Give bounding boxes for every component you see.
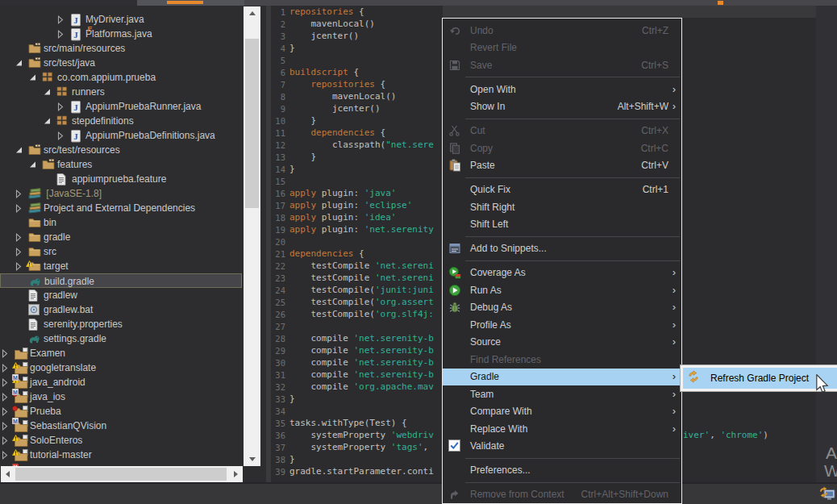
- submenu-item-refresh-gradle-project[interactable]: Refresh Gradle Project: [683, 368, 837, 389]
- chevron-collapsed-icon[interactable]: [2, 436, 11, 445]
- tree-item-build-gradle[interactable]: build.gradle: [0, 273, 242, 288]
- tree-item-runners[interactable]: runners: [0, 85, 242, 99]
- chevron-expanded-icon[interactable]: [15, 59, 25, 68]
- status-bar: [0, 484, 837, 504]
- chevron-collapsed-icon[interactable]: [2, 364, 11, 373]
- tree-item-appiumpruebadefinitions-java[interactable]: JAppiumPruebaDefinitions.java: [0, 128, 242, 143]
- tree-item-googletranslate[interactable]: googletranslate: [0, 360, 242, 375]
- chevron-collapsed-icon[interactable]: [2, 393, 11, 402]
- tree-item-soloenteros[interactable]: SoloEnteros: [0, 433, 242, 448]
- tree-item-appiumprueba-feature[interactable]: appiumprueba.feature: [0, 172, 242, 186]
- tree-item-platformas-java[interactable]: JEPlatformas.java: [0, 27, 242, 41]
- chevron-collapsed-icon[interactable]: [15, 262, 25, 271]
- tree-vertical-scrollbar[interactable]: [244, 6, 260, 466]
- tree-item-java-android[interactable]: Mjava_android: [0, 375, 242, 389]
- tree-item-appiumpruebarunner-java[interactable]: JAppiumPruebaRunner.java: [0, 99, 242, 114]
- tree-item-examen[interactable]: Examen: [0, 346, 242, 360]
- chevron-expanded-icon[interactable]: [29, 73, 39, 82]
- tree-item-settings-gradle[interactable]: settings.gradle: [0, 331, 242, 346]
- gradle-sync-status-icon[interactable]: [819, 486, 835, 502]
- menu-item-preferences-[interactable]: Preferences...: [443, 462, 681, 480]
- project-tree[interactable]: JMyDriver.javaJEPlatformas.javasrc/main/…: [0, 6, 244, 466]
- menu-item-validate[interactable]: Validate: [443, 438, 681, 456]
- tree-item-gradle[interactable]: gradle: [0, 230, 242, 244]
- code-line: }: [289, 43, 295, 55]
- tree-item-src-test-java[interactable]: src/test/java: [0, 56, 242, 70]
- code-token: }: [289, 43, 295, 53]
- tree-item-stepdefinitions[interactable]: stepdefinitions: [0, 114, 242, 128]
- menu-item-team[interactable]: Team›: [443, 385, 681, 403]
- menu-item-coverage-as[interactable]: Coverage As›: [443, 264, 681, 282]
- tree-item-java-ios[interactable]: Mjava_ios: [0, 389, 242, 404]
- chevron-collapsed-icon[interactable]: [15, 204, 25, 213]
- chevron-collapsed-icon[interactable]: [2, 407, 11, 416]
- chevron-collapsed-icon[interactable]: [15, 233, 25, 242]
- menu-item-replace-with[interactable]: Replace With›: [443, 420, 681, 438]
- menu-item-profile-as[interactable]: Profile As›: [443, 316, 681, 334]
- chevron-expanded-icon[interactable]: [29, 160, 39, 169]
- tree-item-sebastianqvision[interactable]: MSebastianQVision: [0, 419, 242, 433]
- line-number: 5: [271, 55, 285, 67]
- tree-item-label: tutorial-master: [30, 449, 92, 460]
- tree-item-serenity-properties[interactable]: serenity.properties: [0, 317, 242, 331]
- tree-item-features[interactable]: features: [0, 157, 242, 172]
- line-number: 14: [271, 164, 285, 176]
- menu-item-show-in[interactable]: Show InAlt+Shift+W›: [443, 98, 681, 116]
- tree-item-co-com-appium-prueba[interactable]: co.com.appium.prueba: [0, 70, 242, 85]
- chevron-collapsed-icon[interactable]: [57, 102, 67, 111]
- tree-item-jre-system-library[interactable]: [JavaSE-1.8]: [0, 186, 242, 201]
- scroll-up-button[interactable]: [244, 6, 260, 20]
- menu-item-run-as[interactable]: Run As›: [443, 281, 681, 299]
- scroll-right-button[interactable]: [229, 466, 243, 482]
- project-explorer[interactable]: JMyDriver.javaJEPlatformas.javasrc/main/…: [0, 6, 266, 482]
- tree-item-target[interactable]: target: [0, 259, 242, 273]
- chevron-expanded-icon[interactable]: [15, 146, 25, 155]
- menu-item-paste[interactable]: PasteCtrl+V: [443, 157, 681, 175]
- menu-item-debug-as[interactable]: Debug As›: [443, 299, 681, 317]
- scroll-left-button[interactable]: [1, 466, 15, 482]
- chevron-collapsed-icon[interactable]: [2, 451, 11, 460]
- tree-item-src-test-resources[interactable]: src/test/resources: [0, 143, 242, 157]
- menu-item-shift-left[interactable]: Shift Left: [443, 216, 681, 234]
- tree-item-src-main-resources[interactable]: src/main/resources: [0, 41, 242, 56]
- chevron-collapsed-icon[interactable]: [2, 378, 11, 387]
- chevron-collapsed-icon[interactable]: [57, 30, 67, 39]
- chevron-collapsed-icon[interactable]: [57, 15, 67, 24]
- menu-item-quick-fix[interactable]: Quick FixCtrl+1: [443, 181, 681, 199]
- tree-item-gradlew-bat[interactable]: gradlew.bat: [0, 302, 242, 317]
- chevron-expanded-icon[interactable]: [44, 117, 53, 126]
- tree-item-gradlew[interactable]: gradlew: [0, 288, 242, 302]
- tree-item-mydriver-java[interactable]: JMyDriver.java: [0, 12, 242, 27]
- code-token: 'net.sereni: [375, 273, 434, 283]
- code-token: 'tags': [391, 442, 423, 452]
- vertical-scroll-thumb[interactable]: [245, 39, 259, 208]
- menu-item-gradle[interactable]: Gradle›: [443, 369, 681, 386]
- code-token: testCompile(: [289, 309, 375, 319]
- tree-item-tutorial-master[interactable]: tutorial-master: [0, 448, 242, 462]
- tree-item-project-and-external-dependencies[interactable]: Project and External Dependencies: [0, 201, 242, 215]
- code-token: compile: [289, 369, 353, 380]
- menu-item-source[interactable]: Source›: [443, 334, 681, 352]
- menu-item-shift-right[interactable]: Shift Right: [443, 198, 681, 216]
- chevron-expanded-icon[interactable]: [44, 88, 53, 97]
- tree-item-bin[interactable]: bin: [0, 215, 242, 230]
- menu-item-shortcut: Alt+Shift+W: [618, 101, 668, 112]
- chevron-collapsed-icon[interactable]: [15, 190, 25, 198]
- chevron-collapsed-icon[interactable]: [57, 131, 67, 140]
- chevron-collapsed-icon[interactable]: [15, 248, 25, 256]
- tree-item-label: target: [44, 260, 69, 272]
- horizontal-scroll-thumb[interactable]: [15, 468, 227, 481]
- tree-item-prueba[interactable]: Prueba: [0, 404, 242, 419]
- package-icon: [42, 71, 56, 84]
- menu-item-compare-with[interactable]: Compare With›: [443, 403, 681, 421]
- menu-item-add-to-snippets-[interactable]: Add to Snippets...: [443, 240, 681, 258]
- tree-item-src[interactable]: src: [0, 244, 242, 259]
- tree-item-label: [JavaSE-1.8]: [44, 188, 102, 199]
- chevron-collapsed-icon[interactable]: [2, 349, 11, 358]
- tree-horizontal-scrollbar[interactable]: [1, 466, 243, 482]
- scroll-down-button[interactable]: [244, 452, 260, 466]
- line-number: 4: [271, 43, 285, 55]
- menu-item-open-with[interactable]: Open With›: [443, 81, 681, 98]
- chevron-collapsed-icon[interactable]: [2, 422, 11, 431]
- line-number: 7: [271, 79, 285, 91]
